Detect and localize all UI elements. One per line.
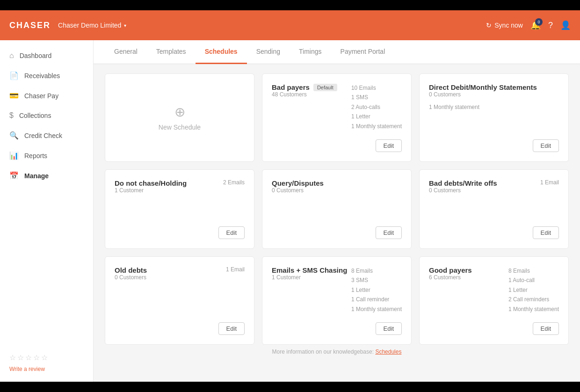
card-title-do-not-chase: Do not chase/Holding (115, 179, 187, 187)
tab-sending[interactable]: Sending (247, 40, 290, 64)
card-customers-bad-debts: 0 Customers (429, 187, 497, 194)
edit-button-good-payers[interactable]: Edit (533, 322, 559, 335)
card-meta-direct-debit: 1 Monthly statement (429, 102, 559, 112)
sidebar-item-chaser-pay[interactable]: 💳 Chaser Pay (0, 86, 93, 106)
schedule-card-good-payers: Good payers 6 Customers 8 Emails 1 Auto-… (419, 256, 569, 345)
card-title-good-payers: Good payers (429, 266, 472, 274)
sync-now-button[interactable]: ↻ Sync now (486, 22, 523, 29)
schedule-card-query-disputes: Query/Disputes 0 Customers Edit (262, 169, 412, 249)
sidebar-item-label-dashboard: Dashboard (20, 52, 52, 59)
schedule-card-do-not-chase: Do not chase/Holding 1 Customer 2 Emails… (105, 169, 254, 249)
tabs-bar: General Templates Schedules Sending Timi… (94, 40, 580, 64)
sidebar-item-label-reports: Reports (24, 152, 47, 160)
edit-button-bad-payers[interactable]: Edit (376, 139, 402, 152)
card-title-emails-sms: Emails + SMS Chasing (272, 266, 347, 274)
footer-info: More information on our knowledgebase: S… (105, 348, 569, 359)
user-icon: 👤 (560, 21, 571, 30)
reports-icon: 📊 (9, 151, 19, 160)
bottom-black-bar (0, 382, 580, 392)
new-schedule-card[interactable]: ⊕ New Schedule (105, 73, 254, 162)
sync-label: Sync now (494, 22, 523, 29)
tab-schedules[interactable]: Schedules (196, 40, 247, 64)
sidebar-item-label-chaser-pay: Chaser Pay (24, 92, 58, 100)
sidebar-item-reports[interactable]: 📊 Reports (0, 145, 93, 166)
card-count-bad-debts: 1 Email (540, 179, 559, 186)
schedule-card-bad-payers: Bad payers Default 48 Customers 10 Email… (262, 73, 412, 162)
star-5: ☆ (41, 353, 48, 362)
card-meta-bad-payers: 10 Emails 1 SMS 2 Auto-calls 1 Letter 1 … (351, 83, 402, 131)
receivables-icon: 📄 (9, 71, 19, 80)
sidebar-item-label-collections: Collections (19, 112, 51, 119)
notifications-button[interactable]: 🔔 0 (530, 20, 541, 30)
chevron-down-icon: ▾ (124, 23, 126, 28)
topbar-company-selector[interactable]: Chaser Demo Limited ▾ (58, 22, 126, 29)
edit-button-old-debts[interactable]: Edit (218, 322, 245, 335)
tab-templates[interactable]: Templates (147, 40, 196, 64)
profile-button[interactable]: 👤 (560, 20, 571, 30)
write-review-link[interactable]: Write a review (0, 366, 93, 376)
card-badge-bad-payers: Default (313, 84, 337, 91)
main-content: General Templates Schedules Sending Timi… (94, 40, 580, 382)
sidebar-item-receivables[interactable]: 📄 Receivables (0, 65, 93, 86)
new-schedule-label: New Schedule (159, 123, 201, 131)
edit-button-do-not-chase[interactable]: Edit (218, 226, 245, 239)
sidebar: ⌂ Dashboard 📄 Receivables 💳 Chaser Pay $… (0, 40, 94, 382)
card-count-old-debts: 1 Email (226, 266, 245, 273)
card-customers-direct-debit: 0 Customers (429, 91, 537, 98)
card-title-bad-payers: Bad payers (272, 83, 310, 91)
edit-button-bad-debts[interactable]: Edit (533, 226, 559, 239)
footer-schedules-link[interactable]: Schedules (375, 348, 401, 355)
card-title-bad-debts: Bad debts/Write offs (429, 179, 497, 187)
card-title-query-disputes: Query/Disputes (272, 179, 402, 187)
schedule-card-bad-debts: Bad debts/Write offs 0 Customers 1 Email… (419, 169, 569, 249)
sidebar-item-label-receivables: Receivables (24, 72, 60, 80)
sidebar-item-label-manage: Manage (24, 172, 49, 180)
edit-button-direct-debit[interactable]: Edit (533, 139, 559, 152)
card-title-old-debts: Old debts (115, 266, 147, 274)
schedule-card-old-debts: Old debts 0 Customers 1 Email Edit (105, 256, 254, 345)
card-count-do-not-chase: 2 Emails (223, 179, 245, 186)
schedule-card-emails-sms: Emails + SMS Chasing 1 Customer 8 Emails… (262, 256, 412, 345)
help-icon: ? (548, 21, 553, 30)
sidebar-item-credit-check[interactable]: 🔍 Credit Check (0, 125, 93, 145)
schedule-card-direct-debit: Direct Debit/Monthly Statements 0 Custom… (419, 73, 569, 162)
card-meta-good-payers: 8 Emails 1 Auto-call 1 Letter 2 Call rem… (508, 266, 559, 314)
card-customers-bad-payers: 48 Customers (272, 91, 337, 98)
star-3: ☆ (25, 353, 32, 362)
sidebar-item-dashboard[interactable]: ⌂ Dashboard (0, 46, 93, 65)
sidebar-item-manage[interactable]: 📅 Manage (0, 166, 93, 186)
card-customers-old-debts: 0 Customers (115, 274, 147, 281)
collections-icon: $ (9, 111, 14, 120)
topbar: CHASER Chaser Demo Limited ▾ ↻ Sync now … (0, 10, 580, 40)
star-4: ☆ (33, 353, 40, 362)
card-meta-emails-sms: 8 Emails 3 SMS 1 Letter 1 Call reminder … (351, 266, 402, 314)
footer-text: More information on our knowledgebase: (272, 348, 374, 355)
card-customers-emails-sms: 1 Customer (272, 274, 347, 281)
star-1: ☆ (9, 353, 16, 362)
add-icon: ⊕ (174, 104, 185, 120)
chaser-pay-icon: 💳 (9, 91, 19, 100)
sidebar-item-collections[interactable]: $ Collections (0, 106, 93, 125)
manage-icon: 📅 (9, 171, 19, 180)
edit-button-emails-sms[interactable]: Edit (376, 322, 402, 335)
tab-timings[interactable]: Timings (290, 40, 331, 64)
sidebar-item-label-credit-check: Credit Check (24, 132, 62, 139)
card-customers-good-payers: 6 Customers (429, 274, 472, 281)
sync-icon: ↻ (486, 22, 492, 29)
tab-general[interactable]: General (105, 40, 147, 64)
schedules-grid: ⊕ New Schedule Bad payers Default 48 Cus… (105, 73, 569, 345)
credit-check-icon: 🔍 (9, 131, 19, 140)
star-2: ☆ (17, 353, 24, 362)
home-icon: ⌂ (9, 51, 14, 60)
tab-payment-portal[interactable]: Payment Portal (331, 40, 395, 64)
topbar-logo: CHASER (9, 21, 51, 30)
edit-button-query-disputes[interactable]: Edit (376, 226, 402, 239)
top-black-bar (0, 0, 580, 10)
card-customers-query-disputes: 0 Customers (272, 187, 402, 194)
help-button[interactable]: ? (548, 21, 553, 30)
notification-count: 0 (535, 18, 543, 26)
card-customers-do-not-chase: 1 Customer (115, 187, 187, 194)
star-rating[interactable]: ☆ ☆ ☆ ☆ ☆ (0, 349, 93, 366)
topbar-company-name: Chaser Demo Limited (58, 22, 121, 29)
card-title-direct-debit: Direct Debit/Monthly Statements (429, 83, 537, 91)
